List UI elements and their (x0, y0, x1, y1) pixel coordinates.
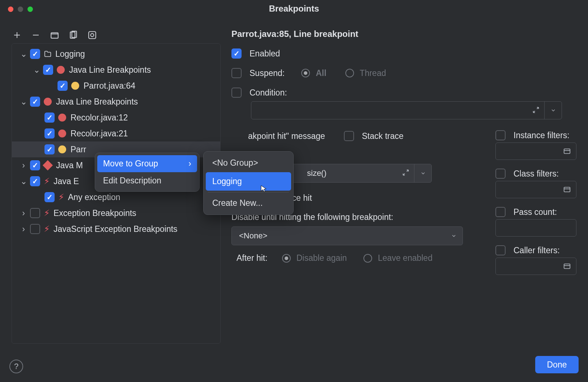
target-icon (88, 30, 97, 40)
enabled-row[interactable]: Enabled (231, 48, 579, 59)
tree-group-js-exception-bp[interactable]: › ⚡︎ JavaScript Exception Breakpoints (12, 221, 220, 237)
submenu-arrow-icon: › (188, 159, 191, 169)
breakpoints-tree[interactable]: ⌄ Logging ⌄ Java Line Breakpoints Parrot… (12, 43, 221, 344)
context-menu[interactable]: Move to Group › Edit Description (95, 153, 200, 192)
checkbox[interactable] (44, 144, 55, 154)
tree-item-recolor-12[interactable]: Recolor.java:12 (12, 110, 220, 126)
caller-filters-input[interactable] (495, 258, 576, 275)
checkbox[interactable] (44, 128, 55, 139)
suspend-checkbox[interactable] (231, 68, 242, 78)
caller-filters-row[interactable]: Caller filters: (495, 245, 579, 255)
checkbox[interactable] (30, 208, 40, 218)
menu-item-logging-group[interactable]: Logging (206, 172, 291, 191)
chevron-right-icon[interactable]: › (18, 161, 29, 170)
menu-item-no-group[interactable]: <No Group> (206, 154, 291, 172)
instance-filters-checkbox[interactable] (495, 130, 506, 140)
exception-icon: ⚡︎ (58, 192, 64, 202)
group-by-package-button[interactable] (48, 29, 61, 41)
checkbox[interactable] (30, 97, 40, 107)
log-message-label: akpoint hit" message (248, 131, 325, 141)
tree-item-parrot-64[interactable]: Parrot.java:64 (12, 78, 220, 94)
stack-trace-checkbox[interactable] (344, 131, 354, 141)
checkbox[interactable] (30, 160, 40, 170)
checkbox[interactable] (43, 65, 53, 75)
tree-label: Exception Breakpoints (54, 208, 136, 218)
close-window-button[interactable] (8, 7, 13, 12)
suspend-all-label: All (316, 68, 326, 78)
class-filters-input[interactable] (495, 181, 576, 198)
breakpoint-icon (58, 114, 66, 122)
group-submenu[interactable]: <No Group> Logging Create New... (203, 151, 294, 215)
instance-filters-label: Instance filters: (514, 131, 570, 140)
chevron-right-icon[interactable]: › (18, 224, 29, 234)
chevron-down-icon[interactable]: ⌄ (18, 49, 29, 59)
breakpoint-heading: Parrot.java:85, Line breakpoint (231, 29, 579, 39)
stack-trace-label: Stack trace (362, 131, 404, 141)
pass-count-checkbox[interactable] (495, 207, 506, 217)
suspend-thread-radio[interactable] (345, 69, 354, 77)
list-icon[interactable] (563, 262, 571, 270)
checkbox[interactable] (30, 224, 40, 234)
enabled-checkbox[interactable] (231, 48, 242, 59)
folder-icon (50, 30, 59, 40)
dropdown-button[interactable] (445, 227, 463, 245)
suspend-row: Suspend: All Thread (231, 68, 579, 78)
dropdown-button[interactable] (414, 164, 431, 182)
checkbox[interactable] (30, 176, 40, 186)
chevron-down-icon[interactable]: ⌄ (31, 65, 42, 75)
group-by-file-button[interactable] (67, 29, 80, 41)
chevron-down-icon[interactable]: ⌄ (18, 97, 29, 107)
tree-group-java-line-bp-2[interactable]: ⌄ Java Line Breakpoints (12, 94, 220, 110)
checkbox[interactable] (44, 192, 55, 202)
disable-until-select[interactable]: <None> (231, 226, 463, 245)
expand-icon[interactable] (402, 169, 410, 177)
instance-filters-input[interactable] (495, 143, 576, 160)
exception-icon: ⚡︎ (44, 224, 50, 234)
menu-label: Create New... (212, 198, 263, 208)
checkbox[interactable] (30, 49, 40, 59)
caller-filters-checkbox[interactable] (495, 245, 506, 255)
tree-group-exception-bp[interactable]: › ⚡︎ Exception Breakpoints (12, 205, 220, 221)
help-button[interactable]: ? (9, 360, 23, 373)
class-filters-row[interactable]: Class filters: (495, 169, 579, 179)
method-breakpoint-icon (43, 160, 53, 170)
menu-label: Logging (212, 177, 242, 186)
condition-input[interactable] (251, 101, 562, 119)
remove-breakpoint-button[interactable] (30, 29, 42, 41)
dropdown-button[interactable] (544, 102, 562, 119)
suspend-all-radio[interactable] (301, 69, 310, 77)
chevron-down-icon[interactable]: ⌄ (18, 177, 29, 186)
menu-label: Move to Group (103, 159, 158, 169)
view-options-button[interactable] (86, 29, 98, 41)
expand-icon[interactable] (532, 106, 540, 114)
tree-item-recolor-21[interactable]: Recolor.java:21 (12, 126, 220, 141)
condition-checkbox[interactable] (231, 88, 242, 98)
menu-item-create-new-group[interactable]: Create New... (206, 194, 291, 212)
zoom-window-button[interactable] (27, 7, 33, 12)
toolbar (11, 29, 98, 41)
menu-item-move-to-group[interactable]: Move to Group › (97, 155, 197, 172)
list-icon[interactable] (563, 186, 571, 194)
pass-count-row[interactable]: Pass count: (495, 207, 579, 217)
done-button[interactable]: Done (535, 356, 579, 373)
list-icon[interactable] (563, 147, 571, 155)
instance-filters-row[interactable]: Instance filters: (495, 130, 579, 140)
chevron-right-icon[interactable]: › (18, 208, 29, 218)
tree-group-logging[interactable]: ⌄ Logging (12, 46, 220, 62)
tree-group-java-line-bp-1[interactable]: ⌄ Java Line Breakpoints (12, 62, 220, 78)
checkbox[interactable] (44, 113, 55, 123)
minimize-window-button[interactable] (18, 7, 23, 12)
disable-again-radio[interactable] (282, 254, 291, 263)
leave-enabled-radio[interactable] (363, 254, 372, 263)
add-breakpoint-button[interactable] (11, 29, 23, 41)
class-filters-checkbox[interactable] (495, 169, 506, 179)
checkbox[interactable] (57, 81, 68, 91)
pass-count-input[interactable] (495, 219, 576, 237)
tree-label: Java E (54, 177, 79, 186)
menu-item-edit-description[interactable]: Edit Description (97, 172, 197, 189)
pass-count-label: Pass count: (514, 207, 557, 217)
plus-icon (13, 31, 21, 39)
disable-again-label: Disable again (297, 253, 347, 263)
disable-until-value: <None> (239, 231, 267, 241)
after-hit-label: After hit: (237, 253, 268, 263)
